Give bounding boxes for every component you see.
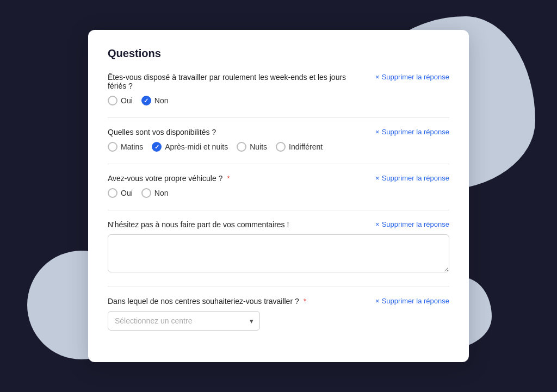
- radio-label-indifferent-q2: Indifférent: [289, 142, 323, 151]
- divider-2: [108, 164, 449, 164]
- delete-label-q5: Supprimer la réponse: [382, 297, 449, 305]
- question-header-q4: N'hésitez pas à nous faire part de vos c…: [108, 220, 449, 229]
- radio-group-q3: Oui Non: [108, 188, 449, 198]
- radio-item-indifferent-q2[interactable]: Indifférent: [276, 142, 323, 152]
- radio-circle-non-q3: [141, 188, 151, 198]
- x-icon-q4: ×: [375, 220, 380, 228]
- select-wrapper-q5: Sélectionnez un centre ▾: [108, 311, 260, 331]
- question-label-q1: Êtes-vous disposé à travailler par roule…: [108, 73, 375, 90]
- question-header-q2: Quelles sont vos disponibilités ? × Supp…: [108, 128, 449, 136]
- divider-1: [108, 117, 449, 118]
- select-q5[interactable]: Sélectionnez un centre: [108, 311, 260, 331]
- question-block-q5: Dans lequel de nos centres souhaiteriez-…: [108, 297, 449, 331]
- question-header-q5: Dans lequel de nos centres souhaiteriez-…: [108, 297, 449, 306]
- x-icon-q2: ×: [375, 128, 380, 136]
- x-icon-q1: ×: [375, 73, 380, 81]
- question-label-q5: Dans lequel de nos centres souhaiteriez-…: [108, 297, 375, 306]
- question-block-q4: N'hésitez pas à nous faire part de vos c…: [108, 220, 449, 275]
- radio-label-matins-q2: Matins: [121, 142, 143, 151]
- radio-circle-non-q1: ✓: [141, 96, 151, 105]
- radio-item-nuits-q2[interactable]: Nuits: [237, 142, 267, 152]
- question-label-q3: Avez-vous votre propre véhicule ? *: [108, 174, 375, 183]
- radio-label-non-q3: Non: [154, 189, 169, 197]
- radio-circle-apresmidi-q2: ✓: [152, 142, 162, 152]
- x-icon-q3: ×: [375, 174, 380, 182]
- radio-label-oui-q1: Oui: [121, 96, 133, 105]
- question-block-q3: Avez-vous votre propre véhicule ? * × Su…: [108, 174, 449, 198]
- radio-item-non-q1[interactable]: ✓ Non: [141, 96, 169, 105]
- card-title: Questions: [108, 47, 449, 60]
- question-header-q1: Êtes-vous disposé à travailler par roule…: [108, 73, 449, 90]
- delete-label-q1: Supprimer la réponse: [382, 73, 449, 81]
- required-star-q3: *: [225, 174, 230, 183]
- delete-button-q1[interactable]: × Supprimer la réponse: [375, 73, 449, 81]
- divider-3: [108, 210, 449, 210]
- radio-circle-indifferent-q2: [276, 142, 286, 152]
- questions-card: Questions Êtes-vous disposé à travailler…: [88, 30, 469, 362]
- required-star-q5: *: [301, 297, 306, 306]
- divider-4: [108, 287, 449, 287]
- radio-label-apresmidi-q2: Après-midi et nuits: [165, 142, 228, 151]
- delete-button-q2[interactable]: × Supprimer la réponse: [375, 128, 449, 136]
- radio-label-non-q1: Non: [154, 96, 169, 105]
- radio-circle-oui-q3: [108, 188, 117, 198]
- radio-item-oui-q1[interactable]: Oui: [108, 96, 133, 105]
- x-icon-q5: ×: [375, 297, 380, 305]
- question-label-q4: N'hésitez pas à nous faire part de vos c…: [108, 220, 375, 229]
- delete-button-q5[interactable]: × Supprimer la réponse: [375, 297, 449, 305]
- question-block-q1: Êtes-vous disposé à travailler par roule…: [108, 73, 449, 105]
- radio-group-q1: Oui ✓ Non: [108, 96, 449, 105]
- delete-label-q2: Supprimer la réponse: [382, 128, 449, 136]
- radio-circle-oui-q1: [108, 96, 117, 105]
- delete-button-q3[interactable]: × Supprimer la réponse: [375, 174, 449, 182]
- question-label-q2: Quelles sont vos disponibilités ?: [108, 128, 375, 136]
- radio-label-oui-q3: Oui: [121, 189, 133, 197]
- radio-group-q2: Matins ✓ Après-midi et nuits Nuits Indif…: [108, 142, 449, 152]
- radio-circle-matins-q2: [108, 142, 117, 152]
- radio-item-oui-q3[interactable]: Oui: [108, 188, 133, 198]
- radio-item-non-q3[interactable]: Non: [141, 188, 169, 198]
- delete-label-q3: Supprimer la réponse: [382, 174, 449, 182]
- radio-label-nuits-q2: Nuits: [250, 142, 267, 151]
- radio-item-matins-q2[interactable]: Matins: [108, 142, 143, 152]
- radio-circle-nuits-q2: [237, 142, 246, 152]
- textarea-q4[interactable]: [108, 234, 449, 272]
- delete-label-q4: Supprimer la réponse: [382, 220, 449, 228]
- question-header-q3: Avez-vous votre propre véhicule ? * × Su…: [108, 174, 449, 183]
- delete-button-q4[interactable]: × Supprimer la réponse: [375, 220, 449, 228]
- radio-item-apresmidi-q2[interactable]: ✓ Après-midi et nuits: [152, 142, 228, 152]
- question-block-q2: Quelles sont vos disponibilités ? × Supp…: [108, 128, 449, 152]
